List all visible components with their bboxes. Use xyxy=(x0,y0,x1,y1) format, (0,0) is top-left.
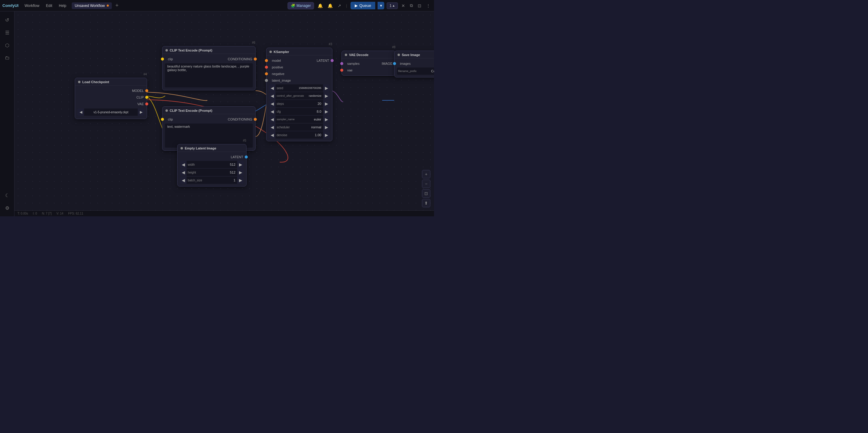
cp-text-field[interactable]: beautiful scenery nature glass bottle la… xyxy=(165,63,253,87)
ckpt-inc-button[interactable]: ▶ xyxy=(138,109,144,116)
height-inc-button[interactable]: ▶ xyxy=(237,169,244,176)
el-latent-port[interactable] xyxy=(245,155,248,158)
cn-clip-port[interactable] xyxy=(161,118,164,121)
denoise-inc-button[interactable]: ▶ xyxy=(323,131,330,138)
clip-positive-dot xyxy=(165,49,168,52)
control-dec-button[interactable]: ◀ xyxy=(269,92,276,99)
ks-latent-port[interactable] xyxy=(331,59,334,62)
cp-text-input[interactable]: beautiful scenery nature glass bottle la… xyxy=(167,64,250,79)
cp-conditioning-port[interactable] xyxy=(254,58,257,61)
topbar-right: 🧩 Manager 🔔 🔔 ↗ | ▶ Queue ▾ 1 ▲ ✕ ⧉ ⊡ ⋮ xyxy=(287,2,432,9)
ks-latent-image-row: latent_image xyxy=(267,77,332,84)
restore-icon[interactable]: ⧉ xyxy=(409,2,414,9)
ks-positive-port[interactable] xyxy=(265,66,268,69)
queue-button[interactable]: ▶ Queue xyxy=(350,2,375,9)
lc-vae-port[interactable] xyxy=(145,102,148,105)
seed-dec-button[interactable]: ◀ xyxy=(269,84,276,92)
status-fps: FPS: 62.11 xyxy=(68,212,83,215)
close-icon[interactable]: ✕ xyxy=(400,3,406,9)
ks-negative-port[interactable] xyxy=(265,72,268,75)
ckpt-dec-button[interactable]: ◀ xyxy=(78,109,84,116)
steps-dec-button[interactable]: ◀ xyxy=(269,100,276,107)
add-tab-button[interactable]: + xyxy=(114,2,120,9)
clip-positive-id: #6 xyxy=(252,41,255,44)
cn-clip-row: clip CONDITIONING xyxy=(162,116,255,123)
steps-inc-button[interactable]: ▶ xyxy=(323,100,330,107)
empty-latent-header: Empty Latent Image xyxy=(178,144,246,152)
load-checkpoint-header: Load Checkpoint xyxy=(75,78,147,86)
notification-icon[interactable]: 🔔 xyxy=(316,3,324,9)
active-tab[interactable]: Unsaved Workflow xyxy=(72,2,112,9)
share-canvas-button[interactable]: ⬆ xyxy=(422,199,430,207)
menu-help[interactable]: Help xyxy=(58,2,67,9)
seed-inc-button[interactable]: ▶ xyxy=(323,84,330,92)
sidebar-nodes-icon[interactable]: ☰ xyxy=(2,27,13,38)
scheduler-dec-button[interactable]: ◀ xyxy=(269,124,276,131)
sidebar-settings-icon[interactable]: ⚙ xyxy=(2,203,13,213)
cfg-inc-button[interactable]: ▶ xyxy=(323,108,330,115)
si-images-row: images xyxy=(395,60,434,67)
save-image-body: images filename_prefix ComfyUI xyxy=(395,58,434,77)
cn-conditioning-port[interactable] xyxy=(254,118,257,121)
vd-samples-port[interactable] xyxy=(340,62,343,65)
batch-dec-button[interactable]: ◀ xyxy=(180,177,187,184)
control-inc-button[interactable]: ▶ xyxy=(323,92,330,99)
lc-model-port[interactable] xyxy=(145,89,148,92)
sidebar-history-icon[interactable]: ↺ xyxy=(2,14,13,25)
sidebar-darkmode-icon[interactable]: ☾ xyxy=(2,190,13,201)
menu-workflow[interactable]: Workflow xyxy=(23,2,40,9)
notification2-icon[interactable]: 🔔 xyxy=(327,3,334,9)
ksampler-body: model LATENT positive negative latent_im… xyxy=(267,56,332,141)
scheduler-inc-button[interactable]: ▶ xyxy=(323,124,330,131)
cp-clip-port[interactable] xyxy=(161,58,164,61)
ksampler-dot xyxy=(270,51,272,53)
ks-cfg-row: ◀ cfg 8.0 ▶ xyxy=(269,108,330,115)
ks-negative-row: negative xyxy=(267,70,332,77)
menu-dots-icon[interactable]: ⋮ xyxy=(425,3,432,9)
sampler-inc-button[interactable]: ▶ xyxy=(323,116,330,123)
manager-button[interactable]: 🧩 Manager xyxy=(287,2,314,9)
lc-clip-row: CLIP xyxy=(75,94,147,101)
load-checkpoint-node: #4 Load Checkpoint MODEL CLIP VAE ◀ v1-5… xyxy=(75,78,147,119)
batch-inc-button[interactable]: ▶ xyxy=(237,177,244,184)
menu-edit[interactable]: Edit xyxy=(45,2,54,9)
empty-latent-node: #5 Empty Latent Image LATENT ◀ width 512… xyxy=(177,144,247,187)
save-image-header: Save Image xyxy=(395,51,434,58)
ks-scheduler-row: ◀ scheduler normal ▶ xyxy=(269,124,330,131)
sidebar-folder-icon[interactable]: 🗀 xyxy=(2,53,13,63)
zoom-out-button[interactable]: − xyxy=(422,180,430,188)
vd-vae-port[interactable] xyxy=(340,69,343,72)
vae-decode-header: VAE Decode xyxy=(342,51,396,58)
status-version: V: 14 xyxy=(56,212,63,215)
width-dec-button[interactable]: ◀ xyxy=(180,161,187,168)
maximize-icon[interactable]: ⊡ xyxy=(416,3,423,9)
lc-model-row: MODEL xyxy=(75,87,147,94)
ckpt-name-row: ◀ v1-5-pruned-emaonly.ckpt ▶ xyxy=(78,109,144,116)
queue-count[interactable]: 1 ▲ xyxy=(387,2,398,9)
denoise-dec-button[interactable]: ◀ xyxy=(269,131,276,138)
queue-count-arrow-up[interactable]: ▲ xyxy=(392,4,395,7)
ks-model-port[interactable] xyxy=(265,59,268,62)
height-dec-button[interactable]: ◀ xyxy=(180,169,187,176)
width-inc-button[interactable]: ▶ xyxy=(237,161,244,168)
share-icon[interactable]: ↗ xyxy=(336,3,342,9)
sampler-dec-button[interactable]: ◀ xyxy=(269,116,276,123)
ks-latent-image-port[interactable] xyxy=(265,79,268,82)
clip-negative-dot xyxy=(165,110,168,112)
ks-steps-row: ◀ steps 20 ▶ xyxy=(269,100,330,107)
si-prefix-row: filename_prefix ComfyUI xyxy=(397,67,434,75)
cn-text-input[interactable]: text, watermark xyxy=(167,125,250,139)
zoom-in-button[interactable]: + xyxy=(422,170,430,178)
canvas[interactable]: #4 Load Checkpoint MODEL CLIP VAE ◀ v1-5… xyxy=(14,11,434,216)
queue-dropdown-button[interactable]: ▾ xyxy=(378,2,384,9)
ksampler-node: #3 KSampler model LATENT positive negati… xyxy=(266,48,333,141)
lc-clip-port[interactable] xyxy=(145,96,148,99)
save-image-dot xyxy=(398,54,400,56)
fit-button[interactable]: ⊡ xyxy=(422,189,430,198)
cfg-dec-button[interactable]: ◀ xyxy=(269,108,276,115)
ks-seed-row: ◀ seed 156680208700286 ▶ xyxy=(269,84,330,92)
sidebar-models-icon[interactable]: ⬡ xyxy=(2,40,13,51)
ckpt-name-value: v1-5-pruned-emaonly.ckpt xyxy=(84,111,138,114)
si-images-port[interactable] xyxy=(393,62,396,65)
el-latent-row: LATENT xyxy=(178,154,246,160)
